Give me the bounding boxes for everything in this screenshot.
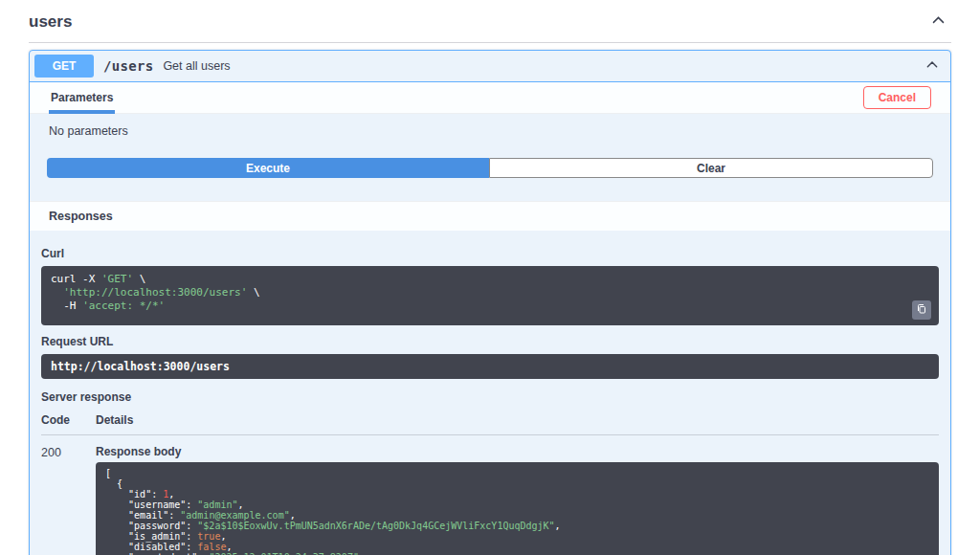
response-body-label: Response body (96, 445, 939, 458)
execute-row: Execute Clear (30, 158, 950, 201)
http-method-badge: GET (34, 55, 94, 78)
opblock-summary[interactable]: GET /users Get all users (30, 51, 950, 82)
response-body-block: [ { "id": 1, "username": "admin", "email… (96, 462, 939, 555)
copy-curl-button[interactable] (912, 300, 931, 320)
request-url-block: http://localhost:3000/users (41, 354, 939, 379)
tab-parameters[interactable]: Parameters (49, 81, 115, 114)
cancel-button[interactable]: Cancel (863, 86, 931, 109)
opblock-body: Parameters Cancel No parameters Execute … (30, 82, 950, 555)
request-url-label: Request URL (41, 335, 939, 348)
status-code: 200 (41, 435, 96, 555)
section-collapse-button[interactable] (929, 11, 947, 33)
parameters-tab-header: Parameters Cancel (30, 82, 950, 114)
details-column-header: Details (96, 404, 939, 434)
curl-command-block: curl -X 'GET' \ 'http://localhost:3000/u… (41, 266, 939, 325)
code-column-header: Code (41, 404, 96, 434)
swagger-page: users GET /users Get all users Parameter… (0, 0, 980, 555)
clear-button[interactable]: Clear (489, 158, 933, 178)
curl-command: curl -X 'GET' \ 'http://localhost:3000/u… (51, 273, 929, 312)
opblock-collapse-button[interactable] (924, 56, 941, 77)
tag-section-header: users (29, 10, 951, 43)
chevron-up-icon (931, 13, 946, 31)
clipboard-copy-icon (916, 303, 927, 318)
section-title: users (29, 12, 72, 32)
server-response-label: Server response (41, 390, 939, 404)
response-body-json: [ { "id": 1, "username": "admin", "email… (105, 468, 929, 555)
response-row-200: 200 Response body [ { "id": 1, "username… (41, 435, 939, 555)
no-parameters-text: No parameters (30, 114, 950, 158)
response-details-cell: Response body [ { "id": 1, "username": "… (96, 435, 939, 555)
curl-label: Curl (41, 247, 939, 260)
chevron-up-icon (925, 58, 939, 75)
operation-summary: Get all users (163, 59, 230, 73)
execute-button[interactable]: Execute (47, 158, 489, 178)
opblock-get-users: GET /users Get all users Parameters Canc… (29, 50, 951, 555)
response-table-header: Code Details (41, 404, 939, 435)
operation-path: /users (103, 58, 153, 74)
responses-section-header: Responses (30, 201, 950, 231)
responses-inner: Curl curl -X 'GET' \ 'http://localhost:3… (30, 231, 950, 555)
